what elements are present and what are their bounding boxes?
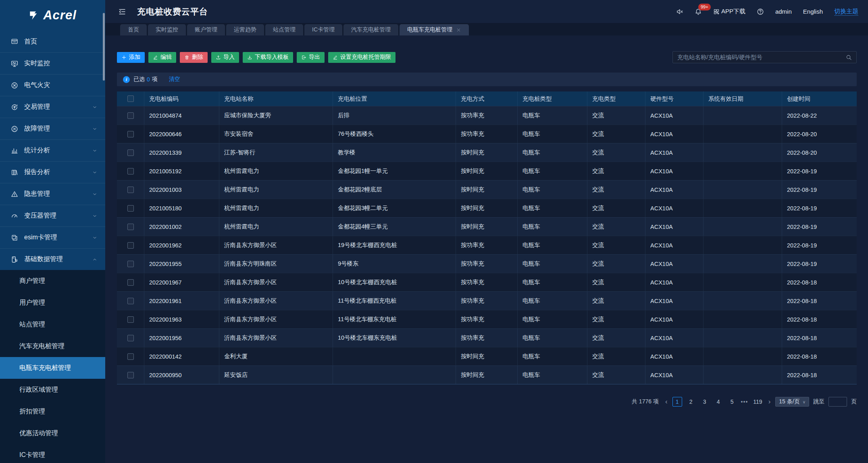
row-checkbox[interactable]	[127, 353, 134, 360]
table-cell: 教学楼	[333, 143, 456, 162]
theme-switch-link[interactable]: 切换主题	[834, 8, 858, 16]
sidebar-item-label: 隐患管理	[24, 190, 86, 198]
row-checkbox[interactable]	[127, 187, 134, 193]
row-checkbox[interactable]	[127, 372, 134, 378]
table-cell: 按时间充	[456, 181, 518, 199]
edit-button[interactable]: 编辑	[148, 52, 176, 63]
row-checkbox[interactable]	[127, 298, 134, 304]
row-checkbox[interactable]	[127, 205, 134, 212]
tab-7[interactable]: 电瓶车充电桩管理	[400, 24, 469, 35]
sidebar-subitem-ic-card-mgmt[interactable]: IC卡管理	[0, 444, 105, 463]
jump-page-input[interactable]	[828, 397, 847, 407]
prev-page-arrow[interactable]: ‹	[664, 398, 668, 406]
sidebar-item-base-data-mgmt[interactable]: 基础数据管理	[0, 248, 105, 270]
app-download-button[interactable]: APP下载	[713, 8, 745, 15]
table-cell: 2021005192	[144, 162, 219, 180]
search-icon[interactable]	[846, 54, 852, 60]
import-button[interactable]: 导入	[211, 52, 239, 63]
row-checkbox[interactable]	[127, 112, 134, 119]
tab-1[interactable]: 实时监控	[148, 24, 186, 35]
table-cell: 2022-08-19	[782, 181, 857, 199]
trash-icon	[184, 55, 189, 60]
language-switch[interactable]: English	[803, 8, 823, 15]
row-checkbox-cell	[117, 125, 144, 143]
download-template-button[interactable]: 下载导入模板	[243, 52, 293, 63]
row-checkbox[interactable]	[127, 279, 134, 286]
sidebar-subitem-user-mgmt[interactable]: 用户管理	[0, 292, 105, 314]
volume-mute-icon[interactable]	[676, 8, 683, 15]
row-checkbox[interactable]	[127, 316, 134, 323]
sidebar-item-report-analysis[interactable]: 报告分析	[0, 161, 105, 183]
row-checkbox-cell	[117, 255, 144, 273]
table-cell	[704, 347, 782, 365]
row-checkbox[interactable]	[127, 261, 134, 267]
page-number-4[interactable]: 4	[714, 397, 723, 407]
table-cell: 按时间充	[456, 218, 518, 236]
row-checkbox[interactable]	[127, 335, 134, 341]
table-cell: 电瓶车	[518, 125, 587, 143]
sidebar-subitem-promo-activity-mgmt[interactable]: 优惠活动管理	[0, 422, 105, 444]
sidebar-item-home[interactable]: 首页	[0, 31, 105, 52]
sidebar-item-realtime-monitor[interactable]: 实时监控	[0, 52, 105, 74]
page-ellipsis[interactable]: •••	[741, 399, 748, 405]
page-number-3[interactable]: 3	[700, 397, 710, 407]
table-cell: 2022000142	[144, 347, 219, 365]
table-cell: 10号楼北车棚东充电桩	[333, 329, 456, 347]
chevron-down-icon	[92, 170, 97, 175]
delete-button[interactable]: 删除	[180, 52, 208, 63]
table-cell: 2022001961	[144, 292, 219, 310]
tab-0[interactable]: 首页	[120, 24, 147, 35]
row-checkbox-cell	[117, 310, 144, 328]
sidebar-item-electrical-fire[interactable]: 电气火灾	[0, 74, 105, 96]
sidebar-item-hazard-mgmt[interactable]: 隐患管理	[0, 183, 105, 205]
next-page-arrow[interactable]: ›	[768, 398, 772, 406]
sidebar-collapse-icon[interactable]	[118, 8, 126, 16]
sidebar-item-transformer-mgmt[interactable]: 变压器管理	[0, 205, 105, 226]
sidebar-item-fault-mgmt[interactable]: 故障管理	[0, 118, 105, 139]
username[interactable]: admin	[775, 8, 792, 15]
set-hosting-period-button[interactable]: 设置充电桩托管期限	[328, 52, 395, 63]
add-button[interactable]: 添加	[117, 52, 145, 63]
sidebar-subitem-ebike-charger-mgmt[interactable]: 电瓶车充电桩管理	[0, 357, 105, 379]
close-icon[interactable]	[456, 27, 461, 33]
page-number-2[interactable]: 2	[686, 397, 696, 407]
row-checkbox[interactable]	[127, 131, 134, 137]
export-button[interactable]: 导出	[297, 52, 325, 63]
page-size-select[interactable]: 15 条/页 ∨	[775, 397, 809, 407]
sidebar-subitem-car-charger-mgmt[interactable]: 汽车充电桩管理	[0, 335, 105, 357]
tab-4[interactable]: 站点管理	[265, 24, 303, 35]
row-checkbox[interactable]	[127, 224, 134, 230]
page-number-5[interactable]: 5	[727, 397, 737, 407]
download-icon	[247, 55, 252, 60]
row-checkbox[interactable]	[127, 149, 134, 156]
table-cell: 交流	[587, 106, 645, 125]
sidebar-item-transaction-mgmt[interactable]: 交易管理	[0, 96, 105, 118]
help-icon[interactable]	[757, 8, 764, 15]
sidebar-item-esim-card-mgmt[interactable]: esim卡管理	[0, 226, 105, 248]
button-label: 删除	[192, 54, 203, 61]
sidebar-subitem-discount-mgmt[interactable]: 折扣管理	[0, 401, 105, 422]
notification-bell-icon[interactable]: 99+	[695, 8, 702, 15]
tab-2[interactable]: 账户管理	[187, 24, 225, 35]
tab-6[interactable]: 汽车充电桩管理	[343, 24, 398, 35]
table-cell: 19号楼北车棚西充电桩	[333, 236, 456, 254]
select-all-checkbox[interactable]	[127, 96, 134, 102]
sidebar-item-statistics[interactable]: 统计分析	[0, 139, 105, 161]
table-cell: 2022001963	[144, 310, 219, 328]
sidebar-subitem-merchant-mgmt[interactable]: 商户管理	[0, 270, 105, 292]
tab-3[interactable]: 运营趋势	[226, 24, 264, 35]
sidebar-subitem-admin-region-mgmt[interactable]: 行政区域管理	[0, 379, 105, 401]
row-checkbox[interactable]	[127, 168, 134, 174]
clear-selection-link[interactable]: 清空	[169, 76, 180, 83]
row-checkbox-cell	[117, 236, 144, 254]
sidebar-subitem-station-mgmt[interactable]: 站点管理	[0, 314, 105, 335]
row-checkbox[interactable]	[127, 242, 134, 249]
table-row: 2022001963沂南县东方御景小区11号楼北车棚东充电桩按功率充电瓶车交流A…	[117, 310, 857, 328]
page-number-119[interactable]: 119	[752, 397, 763, 407]
search-input[interactable]	[677, 54, 846, 60]
page-number-1[interactable]: 1	[672, 397, 682, 407]
table-cell	[704, 125, 782, 143]
table-cell: 按时间充	[456, 366, 518, 384]
tab-5[interactable]: IC卡管理	[304, 24, 342, 35]
sidebar-scrollbar[interactable]	[103, 13, 105, 81]
